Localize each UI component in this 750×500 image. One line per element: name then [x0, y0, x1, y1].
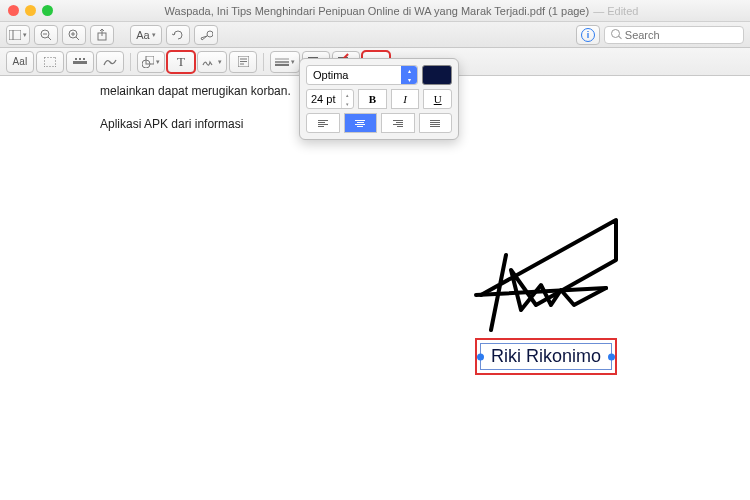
note-tool[interactable] [229, 51, 257, 73]
size-stepper-icon: ▴▾ [341, 90, 353, 108]
svg-line-6 [76, 37, 79, 40]
highlight-label: Aa [136, 29, 149, 41]
line-weight-tool[interactable]: ▾ [270, 51, 300, 73]
align-justify-icon [430, 120, 440, 127]
text-style-popover: Optima ▴▾ 24 pt ▴▾ B I U [299, 58, 459, 140]
svg-line-3 [48, 37, 51, 40]
shapes-tool[interactable]: ▾ [137, 51, 165, 73]
font-family-select[interactable]: Optima ▴▾ [306, 65, 418, 85]
window-titlebar: Waspada, Ini Tips Menghindari Penipuan O… [0, 0, 750, 22]
window-title: Waspada, Ini Tips Menghindari Penipuan O… [61, 5, 742, 17]
search-input[interactable] [625, 29, 737, 41]
annotation-text: Riki Rikonimo [491, 346, 601, 366]
rotate-button[interactable] [166, 25, 190, 45]
italic-button[interactable]: I [391, 89, 420, 109]
close-window-button[interactable] [8, 5, 19, 16]
draw-tool[interactable] [96, 51, 124, 73]
share-button[interactable] [90, 25, 114, 45]
svg-rect-12 [44, 57, 56, 67]
rect-select-tool[interactable] [36, 51, 64, 73]
svg-rect-14 [75, 58, 77, 60]
text-color-swatch[interactable] [422, 65, 452, 85]
search-field[interactable] [604, 26, 744, 44]
svg-point-11 [207, 31, 213, 37]
search-icon [611, 29, 621, 40]
sidebar-toggle-button[interactable]: ▾ [6, 25, 30, 45]
font-size-input[interactable]: 24 pt ▴▾ [306, 89, 354, 109]
svg-rect-0 [9, 30, 21, 40]
zoom-window-button[interactable] [42, 5, 53, 16]
underline-button[interactable]: U [423, 89, 452, 109]
select-stepper-icon: ▴▾ [401, 66, 417, 84]
svg-rect-16 [83, 58, 85, 60]
traffic-lights [8, 5, 53, 16]
text-annotation[interactable]: Riki Rikonimo [480, 343, 612, 370]
redact-tool[interactable] [66, 51, 94, 73]
zoom-out-button[interactable] [34, 25, 58, 45]
markup-toggle-button[interactable] [194, 25, 218, 45]
info-button[interactable]: i [576, 25, 600, 45]
svg-rect-13 [73, 61, 87, 64]
resize-handle-left[interactable] [477, 353, 484, 360]
resize-handle-right[interactable] [608, 353, 615, 360]
align-center-icon [355, 120, 365, 127]
text-annotation-highlight: Riki Rikonimo [475, 338, 617, 375]
signature-drawing[interactable] [466, 200, 646, 340]
info-icon: i [581, 28, 595, 42]
bold-button[interactable]: B [358, 89, 387, 109]
main-toolbar: ▾ Aa▾ i [0, 22, 750, 48]
svg-rect-15 [79, 58, 81, 60]
text-tool[interactable]: T [167, 51, 195, 73]
align-justify-button[interactable] [419, 113, 453, 133]
sign-tool[interactable]: ▾ [197, 51, 227, 73]
align-right-icon [393, 120, 403, 127]
align-center-button[interactable] [344, 113, 378, 133]
align-left-icon [318, 120, 328, 127]
zoom-in-button[interactable] [62, 25, 86, 45]
align-right-button[interactable] [381, 113, 415, 133]
minimize-window-button[interactable] [25, 5, 36, 16]
align-left-button[interactable] [306, 113, 340, 133]
highlight-button[interactable]: Aa▾ [130, 25, 162, 45]
sketch-tool[interactable]: AaI [6, 51, 34, 73]
